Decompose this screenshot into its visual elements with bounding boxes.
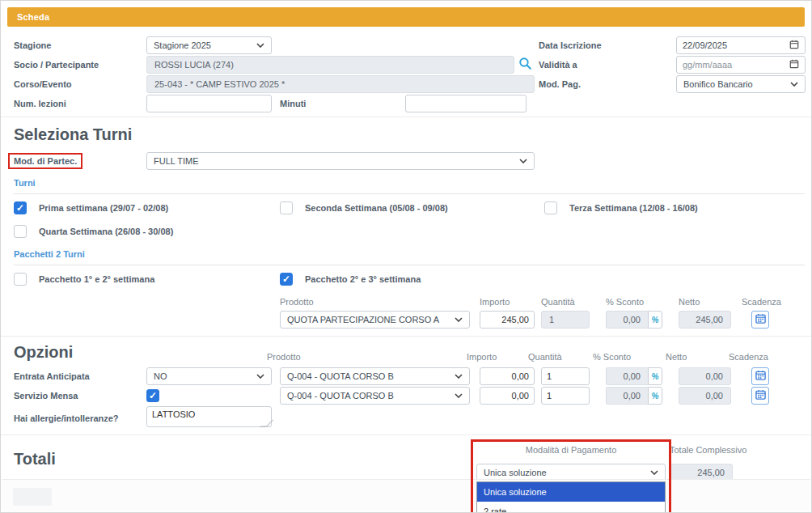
data-iscrizione-input[interactable]: 22/09/2025 xyxy=(676,36,806,54)
sconto-group: 0,00 % xyxy=(606,367,662,385)
sconto-percent-button[interactable]: % xyxy=(648,311,662,329)
allergie-textarea[interactable]: LATTOSIO xyxy=(146,406,272,427)
chevron-down-icon xyxy=(455,374,463,379)
importo-input[interactable]: 0,00 xyxy=(480,367,535,385)
minuti-input[interactable] xyxy=(405,95,527,112)
checkbox[interactable] xyxy=(280,201,293,214)
scadenza-calendar-button[interactable] xyxy=(751,387,769,405)
prodotto-select[interactable]: Q-004 - QUOTA CORSO B xyxy=(280,367,470,385)
netto-field: 245,00 xyxy=(679,311,731,329)
netto-column-header: Netto xyxy=(666,352,718,362)
sconto-group: 0,00 % xyxy=(606,311,662,329)
socio-field: ROSSI LUCIA (274) xyxy=(146,56,514,74)
servizio-mensa-row: Servizio Mensa Q-004 - QUOTA CORSO B 0,0… xyxy=(1,387,811,405)
quantita-column-header: Quantità xyxy=(541,297,590,307)
prodotto-select[interactable]: Q-004 - QUOTA CORSO B xyxy=(280,387,470,405)
prodotto-select[interactable]: QUOTA PARTECIPAZIONE CORSO A xyxy=(280,311,470,329)
turno-prima[interactable]: Prima settimana (29/07 - 02/08) xyxy=(14,201,280,214)
validita-label: Validità a xyxy=(539,60,676,70)
netto-field: 0,00 xyxy=(679,387,731,405)
quantita-input[interactable]: 1 xyxy=(541,387,590,405)
allergie-label: Hai allergie/intolleranze? xyxy=(14,413,146,423)
servizio-mensa-checkbox[interactable] xyxy=(146,389,159,402)
pacchetto-2-3[interactable]: Pacchetto 2° e 3° settimana xyxy=(280,273,544,286)
scadenza-calendar-button[interactable] xyxy=(751,311,769,329)
percent-icon: % xyxy=(652,372,659,381)
netto-field: 0,00 xyxy=(679,367,731,385)
importo-input[interactable]: 245,00 xyxy=(480,311,535,329)
corso-label: Corso/Evento xyxy=(14,79,146,89)
sconto-group: 0,00 % xyxy=(606,387,662,405)
importo-input[interactable]: 0,00 xyxy=(480,387,535,405)
entrata-anticipata-row: Entrata Anticipata NO Q-004 - QUOTA CORS… xyxy=(1,367,811,385)
allergie-row: Hai allergie/intolleranze? LATTOSIO xyxy=(1,407,811,430)
totale-complessivo-group: Totale Complessivo 245,00 xyxy=(670,445,751,481)
quantita-column-header: Quantità xyxy=(528,352,577,362)
pacchetto-product-row: QUOTA PARTECIPAZIONE CORSO A 245,00 1 0,… xyxy=(280,311,811,329)
checkbox[interactable] xyxy=(544,201,557,214)
panel-titlebar: Scheda xyxy=(7,7,805,27)
pacchetto-1-2[interactable]: Pacchetto 1° e 2° settimana xyxy=(14,273,280,286)
num-lezioni-input[interactable] xyxy=(146,95,272,112)
row-mod-partec: Mod. di Partec. FULL TIME xyxy=(1,152,811,170)
turno-terza[interactable]: Terza Settimana (12/08 - 16/08) xyxy=(544,201,698,214)
turni-subheader: Turni xyxy=(14,175,805,194)
stagione-select[interactable]: Stagione 2025 xyxy=(146,36,272,54)
validita-placeholder: gg/mm/aaaa xyxy=(683,60,789,70)
turno-seconda[interactable]: Seconda Settimana (05/08 - 09/08) xyxy=(280,201,544,214)
search-icon xyxy=(518,57,532,73)
chevron-down-icon xyxy=(256,43,264,48)
scheda-panel: Scheda Stagione Stagione 2025 Data Iscri… xyxy=(0,0,812,513)
totale-complessivo-label: Totale Complessivo xyxy=(670,445,751,456)
quantita-input[interactable]: 1 xyxy=(541,367,590,385)
turni-row-2: Quarta Settimana (26/08 - 30/08) xyxy=(1,224,811,238)
sconto-column-header: % Sconto xyxy=(606,297,662,307)
entrata-anticipata-label: Entrata Anticipata xyxy=(14,371,146,381)
sconto-field: 0,00 xyxy=(606,387,648,405)
row-socio: Socio / Partecipante ROSSI LUCIA (274) V… xyxy=(1,57,811,73)
date-picker-icon[interactable] xyxy=(789,38,799,53)
data-iscrizione-label: Data Iscrizione xyxy=(539,40,676,50)
sconto-field: 0,00 xyxy=(606,367,648,385)
socio-search-button[interactable] xyxy=(514,56,535,74)
product-columns-header: Prodotto Importo Quantità % Sconto Netto… xyxy=(280,297,811,307)
chevron-down-icon xyxy=(790,82,798,87)
chevron-down-icon xyxy=(455,317,463,322)
checkbox[interactable] xyxy=(280,273,293,286)
turno-quarta[interactable]: Quarta Settimana (26/08 - 30/08) xyxy=(14,225,280,238)
minuti-label: Minuti xyxy=(280,99,405,108)
scadenza-calendar-button[interactable] xyxy=(751,367,769,385)
entrata-anticipata-select[interactable]: NO xyxy=(146,367,272,385)
modalita-pagamento-label: Modalità di Pagamento xyxy=(476,445,666,456)
mod-partec-highlight-box: Mod. di Partec. xyxy=(8,153,82,169)
socio-label: Socio / Partecipante xyxy=(14,60,146,70)
checkbox[interactable] xyxy=(14,273,27,286)
sconto-percent-button[interactable]: % xyxy=(648,387,662,405)
sconto-percent-button[interactable]: % xyxy=(648,367,662,385)
footer-button-placeholder xyxy=(13,488,52,506)
scadenza-column-header: Scadenza xyxy=(729,352,748,362)
row-corso: Corso/Evento 25-043 - * CAMP ESTIVO 2025… xyxy=(1,76,811,92)
stagione-label: Stagione xyxy=(14,40,146,50)
calendar-icon xyxy=(755,313,766,326)
importo-column-header: Importo xyxy=(480,297,535,307)
corso-field: 25-043 - * CAMP ESTIVO 2025 * xyxy=(146,75,535,93)
num-lezioni-label: Num. lezioni xyxy=(14,99,146,108)
dropdown-option-2-rate[interactable]: 2 rate xyxy=(477,502,665,513)
percent-icon: % xyxy=(652,316,659,324)
mod-pag-label: Mod. Pag. xyxy=(539,79,676,89)
turni-row-1: Prima settimana (29/07 - 02/08) Seconda … xyxy=(1,201,811,214)
dropdown-option-unica-soluzione[interactable]: Unica soluzione xyxy=(477,482,665,502)
chevron-down-icon xyxy=(519,159,527,163)
sconto-field: 0,00 xyxy=(606,311,648,329)
mod-pag-select[interactable]: Bonifico Bancario xyxy=(676,75,806,93)
mod-partec-select[interactable]: FULL TIME xyxy=(146,152,535,170)
netto-column-header: Netto xyxy=(679,297,731,307)
date-picker-icon[interactable] xyxy=(789,57,799,72)
chevron-down-icon xyxy=(455,393,463,398)
opzioni-title: Opzioni xyxy=(1,343,267,362)
validita-input[interactable]: gg/mm/aaaa xyxy=(676,56,806,74)
checkbox[interactable] xyxy=(14,225,27,238)
calendar-icon xyxy=(755,370,766,383)
checkbox[interactable] xyxy=(14,201,27,214)
